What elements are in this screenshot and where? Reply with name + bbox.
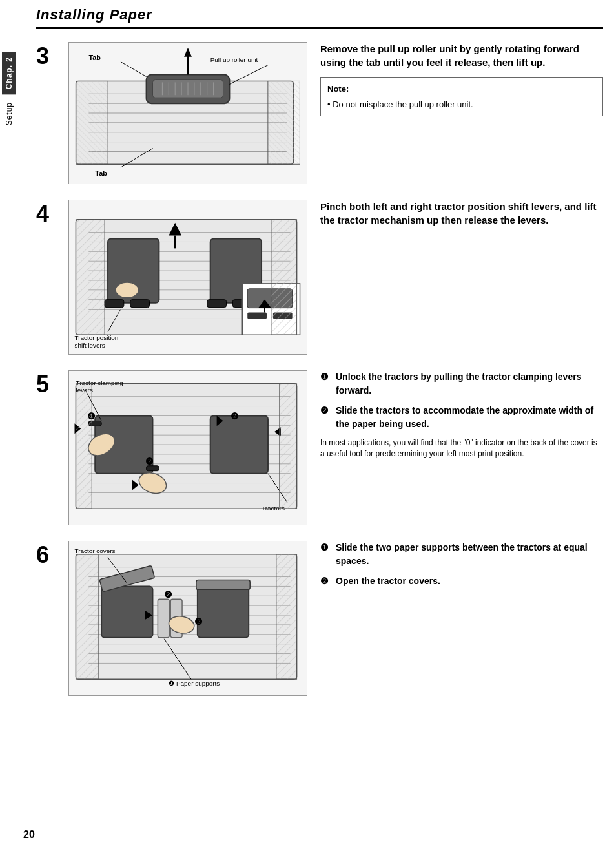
svg-text:❷: ❷: [164, 589, 172, 600]
step-5-text-1: Unlock the tractors by pulling the tract…: [336, 370, 603, 397]
svg-rect-31: [76, 81, 108, 164]
svg-line-14: [121, 62, 147, 77]
svg-rect-94: [280, 384, 297, 509]
step-5-number: 5: [36, 370, 62, 396]
svg-rect-124: [76, 554, 98, 679]
step-6-num-2: ❷: [320, 574, 332, 588]
step-4-svg: Tractor position shift levers: [69, 200, 307, 354]
step-6-list-item-1: ❶ Slide the two paper supports between t…: [320, 541, 603, 568]
step-3-text: Remove the pull up roller unit by gently…: [320, 42, 603, 116]
svg-rect-64: [271, 220, 297, 335]
step-5-list-item-2: ❷ Slide the tractors to accommodate the …: [320, 404, 603, 431]
step-5-svg: ❶ ❷ ❷ Tractor clamping levers Tractors: [69, 371, 307, 525]
svg-rect-125: [276, 554, 297, 679]
svg-text:Pull up roller unit: Pull up roller unit: [210, 56, 258, 63]
svg-rect-48: [130, 300, 150, 308]
step-5-text: ❶ Unlock the tractors by pulling the tra…: [320, 370, 603, 465]
svg-text:Tab: Tab: [88, 54, 101, 61]
svg-text:Tractor covers: Tractor covers: [74, 547, 115, 554]
step-6-text-1: Slide the two paper supports between the…: [336, 541, 603, 568]
svg-text:shift levers: shift levers: [74, 342, 105, 349]
sidebar-setup-label: Setup: [2, 97, 16, 131]
step-5-list-item-1: ❶ Unlock the tractors by pulling the tra…: [320, 370, 603, 397]
step-5-text-2: Slide the tractors to accommodate the ap…: [336, 404, 603, 431]
step-3-note-item: Do not misplace the pull up roller unit.: [327, 98, 596, 111]
step-5-image: ❶ ❷ ❷ Tractor clamping levers Tractors: [68, 370, 307, 525]
svg-text:❷: ❷: [145, 456, 154, 467]
step-6-number: 6: [36, 541, 62, 567]
step-4-image: Tractor position shift levers: [68, 200, 307, 355]
svg-text:❶ Paper supports: ❶ Paper supports: [169, 680, 220, 687]
main-content: Installing Paper 3: [23, 0, 616, 731]
step-4-instruction: Pinch both left and right tractor positi…: [320, 200, 603, 227]
step-5-row: 5: [36, 370, 603, 525]
svg-rect-59: [247, 313, 267, 319]
step-4-text: Pinch both left and right tractor positi…: [320, 200, 603, 233]
step-6-text-2: Open the tractor covers.: [336, 574, 440, 588]
sidebar: Chap. 2 Setup: [0, 52, 18, 827]
svg-rect-114: [196, 580, 250, 590]
svg-text:Tractor position: Tractor position: [74, 334, 118, 341]
svg-rect-79: [210, 415, 268, 473]
svg-text:❷: ❷: [194, 616, 203, 627]
step-6-image: ❷ ❷ Tractor covers ❶ Paper supports: [68, 541, 307, 696]
step-6-list: ❶ Slide the two paper supports between t…: [320, 541, 603, 588]
svg-rect-32: [268, 81, 300, 164]
page-number: 20: [23, 829, 35, 841]
sidebar-chap-label: Chap. 2: [2, 52, 16, 94]
svg-rect-113: [198, 586, 249, 637]
svg-marker-13: [184, 48, 192, 57]
step-5-list: ❶ Unlock the tractors by pulling the tra…: [320, 370, 603, 431]
svg-rect-63: [76, 220, 105, 335]
step-3-instruction: Remove the pull up roller unit by gently…: [320, 42, 603, 69]
step-6-text: ❶ Slide the two paper supports between t…: [320, 541, 603, 594]
step-3-image: Tab Pull up roller unit Tab: [68, 42, 307, 184]
step-5-small-note: In most applications, you will find that…: [320, 437, 603, 459]
step-6-list-item-2: ❷ Open the tractor covers.: [320, 574, 603, 588]
svg-rect-49: [207, 300, 227, 308]
step-5-num-1: ❶: [320, 370, 332, 384]
svg-text:Tab: Tab: [95, 169, 107, 177]
page-header: Installing Paper: [36, 6, 603, 29]
svg-rect-83: [147, 466, 159, 471]
step-3-row: 3: [36, 42, 603, 184]
step-3-svg: Tab Pull up roller unit Tab: [69, 43, 307, 184]
step-4-row: 4: [36, 200, 603, 355]
svg-text:❷: ❷: [231, 411, 239, 421]
page-title: Installing Paper: [36, 6, 603, 23]
step-4-number: 4: [36, 200, 62, 226]
svg-rect-115: [158, 599, 169, 638]
step-6-row: 6: [36, 541, 603, 696]
step-3-number: 3: [36, 42, 62, 68]
step-6-num-1: ❶: [320, 541, 332, 554]
step-6-svg: ❷ ❷ Tractor covers ❶ Paper supports: [69, 541, 307, 695]
step-3-note: Note: Do not misplace the pull up roller…: [320, 77, 603, 116]
svg-rect-47: [105, 300, 124, 308]
svg-point-51: [116, 282, 139, 298]
step-3-note-title: Note:: [327, 83, 596, 96]
step-5-num-2: ❷: [320, 404, 332, 417]
